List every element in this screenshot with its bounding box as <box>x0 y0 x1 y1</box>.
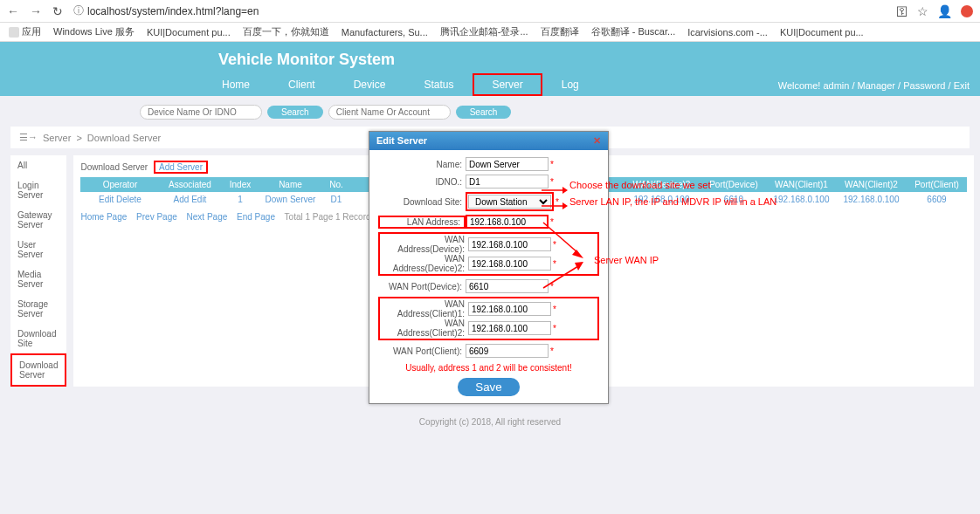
svg-line-4 <box>543 223 578 253</box>
bookmark-item[interactable]: Manufacturers, Su... <box>342 27 428 38</box>
top-nav: Home Client Device Status Server Log <box>203 73 598 96</box>
app-header: Vehicle Monitor System Home Client Devic… <box>0 42 980 96</box>
wan-port-client-input[interactable] <box>466 344 549 358</box>
bookmark-item[interactable]: Icarvisions.com -... <box>687 27 768 38</box>
link-password[interactable]: Password <box>903 80 945 91</box>
svg-marker-5 <box>572 250 583 258</box>
pager-home[interactable]: Home Page <box>80 212 127 222</box>
save-button[interactable]: Save <box>458 378 519 396</box>
link-manager[interactable]: Manager <box>858 80 895 91</box>
name-input[interactable] <box>466 157 549 171</box>
app-title: Vehicle Monitor System <box>218 51 395 69</box>
nav-home[interactable]: Home <box>203 73 269 96</box>
address-bar[interactable]: ⓘlocalhost/system/index.html?lang=en <box>73 3 886 18</box>
annotation-1: Choose the download site we set <box>569 180 710 190</box>
pager-next[interactable]: Next Page <box>187 212 228 222</box>
arrow-icon <box>543 262 587 297</box>
annotation-2: Server LAN IP, the IP and MDVR IP will i… <box>569 196 776 207</box>
footer: Copyright (c) 2018, All right reserved <box>0 417 980 427</box>
wan-client1-input[interactable] <box>468 302 551 316</box>
bookmark-item[interactable]: 腾讯企业邮箱-登录... <box>440 25 528 38</box>
download-site-select[interactable]: Down Station <box>468 195 551 209</box>
row-associated[interactable]: Add Edit <box>159 192 220 207</box>
hamburger-icon[interactable]: ☰→ <box>19 132 38 143</box>
search-button-2[interactable]: Search <box>456 106 512 119</box>
device-search-input[interactable] <box>140 105 262 120</box>
browser-toolbar: ← → ↻ ⓘlocalhost/system/index.html?lang=… <box>0 0 980 23</box>
svg-marker-1 <box>562 187 568 194</box>
extension-icon[interactable] <box>961 5 973 17</box>
crumb-server[interactable]: Server <box>43 133 71 143</box>
idno-input[interactable] <box>466 175 549 188</box>
nav-status[interactable]: Status <box>404 73 473 96</box>
wan-device2-input[interactable] <box>468 257 551 271</box>
bookmark-item[interactable]: KUI|Document pu... <box>147 27 231 38</box>
nav-server[interactable]: Server <box>473 73 542 96</box>
nav-device[interactable]: Device <box>335 73 405 96</box>
sidebar-item-user[interactable]: User Server <box>10 235 66 264</box>
modal-title: Edit Server <box>376 135 427 147</box>
sidebar: All Login Server Gateway Server User Ser… <box>10 155 66 387</box>
nav-log[interactable]: Log <box>542 73 598 96</box>
key-icon[interactable]: ⚿ <box>896 4 908 18</box>
wan-client2-input[interactable] <box>468 321 551 335</box>
back-icon[interactable]: ← <box>7 4 19 18</box>
annotation-3: Server WAN IP <box>594 255 659 265</box>
sidebar-item-login[interactable]: Login Server <box>10 175 66 205</box>
sidebar-item-all[interactable]: All <box>10 155 66 175</box>
bookmark-item[interactable]: 百度一下，你就知道 <box>243 25 329 38</box>
star-icon[interactable]: ☆ <box>917 4 928 18</box>
apps-icon[interactable]: 应用 <box>9 25 41 38</box>
nav-client[interactable]: Client <box>269 73 335 96</box>
panel-label: Download Server <box>80 162 148 172</box>
bookmark-item[interactable]: KUI|Document pu... <box>780 27 864 38</box>
add-server-button[interactable]: Add Server <box>154 161 208 174</box>
sidebar-item-download-server[interactable]: Download Server <box>10 353 66 387</box>
pager-end[interactable]: End Page <box>237 212 275 222</box>
reload-icon[interactable]: ↻ <box>52 4 63 18</box>
lan-input[interactable] <box>466 215 549 229</box>
wan-port-device-input[interactable] <box>466 279 549 293</box>
sidebar-item-gateway[interactable]: Gateway Server <box>10 205 66 235</box>
arrow-icon <box>542 202 568 210</box>
pager-prev[interactable]: Prev Page <box>136 212 177 222</box>
welcome-text: Welcome! admin <box>778 80 850 91</box>
sidebar-item-media[interactable]: Media Server <box>10 264 66 294</box>
sidebar-item-storage[interactable]: Storage Server <box>10 294 66 324</box>
bookmark-bar: 应用 Windows Live 服务 KUI|Document pu... 百度… <box>0 23 980 42</box>
row-operator[interactable]: Edit Delete <box>80 192 159 207</box>
search-row: Search Search <box>0 96 980 120</box>
arrow-icon <box>542 186 568 195</box>
profile-icon[interactable]: 👤 <box>937 4 952 18</box>
bookmark-item[interactable]: Windows Live 服务 <box>53 25 135 38</box>
url-text: localhost/system/index.html?lang=en <box>87 5 259 17</box>
crumb-download[interactable]: Download Server <box>87 133 161 143</box>
close-icon[interactable]: ✕ <box>593 135 601 147</box>
sidebar-item-download-site[interactable]: Download Site <box>10 324 66 353</box>
link-exit[interactable]: Exit <box>954 80 970 91</box>
svg-marker-3 <box>562 202 568 209</box>
modal-note: Usually, address 1 and 2 will be consist… <box>378 363 599 373</box>
bookmark-item[interactable]: 谷歌翻译 - Buscar... <box>591 25 676 38</box>
welcome-bar: Welcome! admin / Manager / Password / Ex… <box>778 80 970 91</box>
forward-icon[interactable]: → <box>30 4 42 18</box>
svg-marker-7 <box>575 262 583 271</box>
bookmark-item[interactable]: 百度翻译 <box>541 25 579 38</box>
client-search-input[interactable] <box>328 105 451 120</box>
svg-line-6 <box>543 266 578 288</box>
modal-header: Edit Server ✕ <box>369 132 608 150</box>
search-button-1[interactable]: Search <box>267 106 323 119</box>
wan-device1-input[interactable] <box>468 237 551 251</box>
